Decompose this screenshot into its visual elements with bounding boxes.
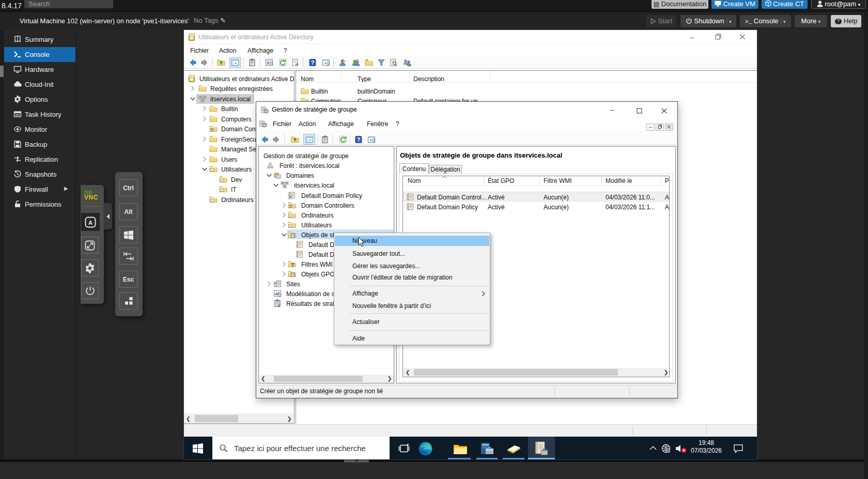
svg-text:A: A — [88, 220, 92, 226]
